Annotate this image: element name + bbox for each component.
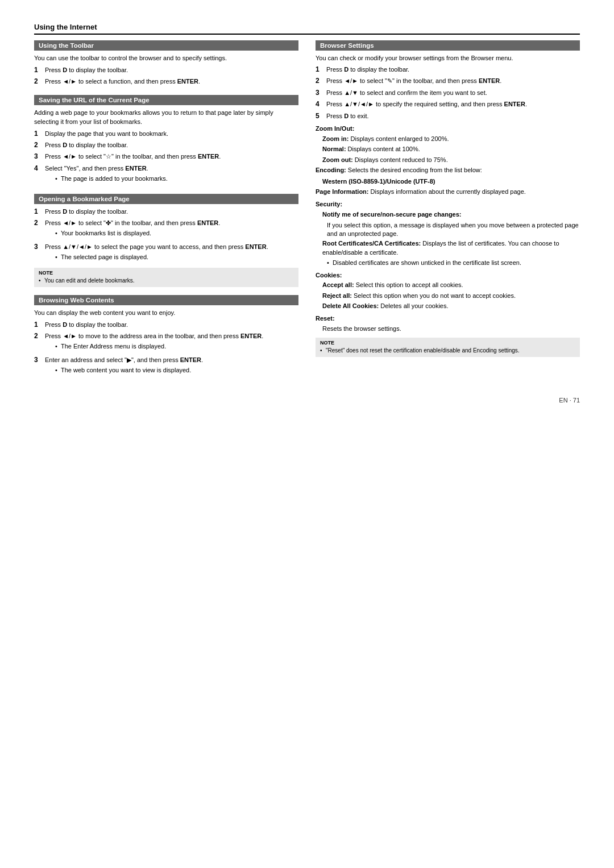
security-root-cert-bullet: Disabled certificates are shown unticked…	[327, 259, 580, 267]
bookmarked-note: NOTE You can edit and delete bookmarks.	[34, 268, 298, 287]
bullet-item: The page is added to your bookmarks.	[55, 175, 298, 184]
browser-note-list: "Reset" does not reset the certification…	[320, 347, 575, 355]
bookmarked-step-2: 2 Press ◄/► to select "✤" in the toolbar…	[34, 219, 298, 240]
saving-step-4: 4 Select "Yes", and then press ENTER. Th…	[34, 164, 298, 186]
browsing-intro: You can display the web content you want…	[34, 309, 298, 318]
browsing-steps: 1 Press D to display the toolbar. 2 Pres…	[34, 321, 298, 377]
cookies-title: Cookies:	[316, 271, 580, 280]
encoding-title: Encoding: Selects the desired encoding f…	[316, 166, 580, 175]
browser-steps: 1 Press D to display the toolbar. 2 Pres…	[316, 65, 580, 121]
bullet-item: Your bookmarks list is displayed.	[55, 229, 298, 238]
bookmarked-step-1: 1 Press D to display the toolbar.	[34, 207, 298, 217]
page-info-title: Page Information: Displays information a…	[316, 188, 580, 197]
saving-intro: Adding a web page to your bookmarks allo…	[34, 109, 298, 127]
saving-steps: 1 Display the page that you want to book…	[34, 130, 298, 186]
section-bookmarked: Opening a Bookmarked Page 1 Press D to d…	[34, 194, 298, 287]
browser-step-1: 1 Press D to display the toolbar.	[316, 65, 580, 74]
saving-step-4-bullets: The page is added to your bookmarks.	[55, 175, 298, 184]
toolbar-step-2: 2 Press ◄/► to select a function, and th…	[34, 77, 298, 86]
cookies-delete: Delete All Cookies: Deletes all your coo…	[322, 302, 580, 310]
browsing-step-3: 3 Enter an address and select "▶", and t…	[34, 356, 298, 377]
bookmarked-step-3-bullets: The selected page is displayed.	[55, 253, 298, 262]
section-header-toolbar: Using the Toolbar	[34, 40, 298, 51]
zoom-normal: Normal: Displays content at 100%.	[322, 145, 580, 153]
reset-title: Reset:	[316, 314, 580, 323]
bookmarked-steps: 1 Press D to display the toolbar. 2 Pres…	[34, 207, 298, 264]
bullet-item: The Enter Address menu is displayed.	[55, 342, 298, 351]
reset-text: Resets the browser settings.	[322, 325, 580, 333]
browsing-step-1: 1 Press D to display the toolbar.	[34, 321, 298, 330]
bullet-item: The web content you want to view is disp…	[55, 366, 298, 375]
browsing-step-2: 2 Press ◄/► to move to the address area …	[34, 332, 298, 354]
security-root-cert-label: Root Certificates/CA Certificates: Displ…	[322, 239, 580, 257]
browser-step-2: 2 Press ◄/► to select "✎" in the toolbar…	[316, 77, 580, 86]
saving-step-2: 2 Press D to display the toolbar.	[34, 141, 298, 150]
section-header-bookmarked: Opening a Bookmarked Page	[34, 194, 298, 204]
section-browsing: Browsing Web Contents You can display th…	[34, 295, 298, 377]
saving-step-3: 3 Press ◄/► to select "☆" in the toolbar…	[34, 152, 298, 161]
section-header-browser: Browser Settings	[316, 40, 580, 51]
section-saving-url: Saving the URL of the Current Page Addin…	[34, 95, 298, 186]
zoom-in: Zoom in: Displays content enlarged to 20…	[322, 135, 580, 143]
saving-step-1: 1 Display the page that you want to book…	[34, 130, 298, 139]
page-number: EN · 71	[34, 397, 580, 404]
zoom-out: Zoom out: Displays content reduced to 75…	[322, 156, 580, 164]
toolbar-intro: You can use the toolbar to control the b…	[34, 54, 298, 63]
page-title: Using the Internet	[34, 23, 580, 35]
section-header-browsing: Browsing Web Contents	[34, 295, 298, 305]
section-browser-settings: Browser Settings You can check or modify…	[316, 40, 580, 357]
browser-intro: You can check or modify your browser set…	[316, 54, 580, 63]
browser-step-5: 5 Press D to exit.	[316, 112, 580, 121]
right-column: Browser Settings You can check or modify…	[316, 40, 580, 385]
left-column: Using the Toolbar You can use the toolba…	[34, 40, 298, 385]
toolbar-step-1: 1 Press D to display the toolbar.	[34, 66, 298, 75]
security-notify-label: Notify me of secure/non-secure page chan…	[322, 210, 580, 219]
browsing-step-3-bullets: The web content you want to view is disp…	[55, 366, 298, 375]
cookies-reject: Reject all: Select this option when you …	[322, 292, 580, 300]
bookmarked-note-list: You can edit and delete bookmarks.	[39, 277, 294, 285]
browser-note: NOTE "Reset" does not reset the certific…	[316, 338, 580, 357]
cookies-accept: Accept all: Select this option to accept…	[322, 281, 580, 289]
bullet-item: The selected page is displayed.	[55, 253, 298, 262]
section-using-toolbar: Using the Toolbar You can use the toolba…	[34, 40, 298, 87]
security-title: Security:	[316, 200, 580, 209]
note-item: You can edit and delete bookmarks.	[39, 277, 294, 285]
bookmarked-step-2-bullets: Your bookmarks list is displayed.	[55, 229, 298, 238]
browser-step-3: 3 Press ▲/▼ to select and confirm the it…	[316, 89, 580, 98]
note-item: "Reset" does not reset the certification…	[320, 347, 575, 355]
browsing-step-2-bullets: The Enter Address menu is displayed.	[55, 342, 298, 351]
security-notify-text: If you select this option, a message is …	[327, 221, 580, 239]
toolbar-steps: 1 Press D to display the toolbar. 2 Pres…	[34, 66, 298, 87]
section-header-saving: Saving the URL of the Current Page	[34, 95, 298, 105]
zoom-title: Zoom In/Out:	[316, 124, 580, 134]
browser-step-4: 4 Press ▲/▼/◄/► to specify the required …	[316, 100, 580, 109]
encoding-value: Western (ISO-8859-1)/Unicode (UTF-8)	[322, 177, 580, 186]
bookmarked-step-3: 3 Press ▲/▼/◄/► to select the page you w…	[34, 243, 298, 264]
